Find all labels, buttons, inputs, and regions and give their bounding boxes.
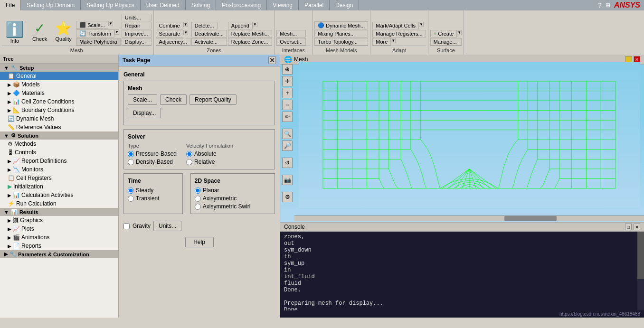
axisymmetric-input[interactable] [195, 196, 201, 202]
menu-solving[interactable]: Solving [186, 0, 216, 10]
menu-setup-physics[interactable]: Setting Up Physics [81, 0, 141, 10]
check-task-button[interactable]: Check [160, 94, 187, 105]
axisymmetric-radio[interactable]: Axisymmetric [195, 195, 271, 202]
absolute-radio[interactable]: Absolute [186, 150, 233, 157]
create-surface-arrow[interactable]: ▼ [457, 30, 462, 35]
check-button[interactable]: ✓ Check [29, 20, 50, 44]
console-vertical-scrollbar[interactable] [637, 232, 644, 310]
scale-arrow[interactable]: ▼ [108, 21, 113, 26]
sidebar-item-methods[interactable]: ⚙ Methods [0, 140, 118, 148]
probe-button[interactable]: ✏ [282, 112, 293, 122]
append-button[interactable]: Append [228, 22, 253, 29]
steady-input[interactable] [128, 187, 134, 194]
task-page-close-button[interactable]: ✕ [268, 56, 276, 64]
activate-button[interactable]: Activate... [191, 38, 227, 46]
append-arrow[interactable]: ▼ [253, 22, 257, 27]
scale-task-button[interactable]: Scale... [128, 94, 157, 105]
sidebar-item-reports[interactable]: ▶ 📄 Reports [0, 242, 118, 250]
planar-radio[interactable]: Planar [195, 187, 271, 194]
transient-radio[interactable]: Transient [128, 195, 179, 202]
menu-design[interactable]: Design [330, 0, 359, 10]
camera-button[interactable]: 📷 [282, 175, 293, 185]
manage-registers-button[interactable]: Manage Registers... [372, 30, 426, 37]
pressure-based-radio[interactable]: Pressure-Based [128, 150, 177, 157]
dynamic-mesh-button[interactable]: 🔵Dynamic Mesh... [314, 21, 368, 29]
tree-solution-header[interactable]: ▼ ⚙ Solution [0, 131, 118, 140]
info-button[interactable]: ℹ️ Info [2, 20, 28, 46]
help-button[interactable]: Help [185, 237, 214, 247]
fit-view-button[interactable]: ⊕ [282, 64, 293, 75]
menu-user-defined[interactable]: User Defined [141, 0, 186, 10]
combine-arrow[interactable]: ▼ [183, 22, 188, 27]
mark-adapt-button[interactable]: Mark/Adapt Cells [372, 22, 419, 29]
tree-setup-header[interactable]: ▼ 🔧 Setup [0, 64, 118, 72]
absolute-input[interactable] [186, 151, 192, 157]
zoom-out2-button[interactable]: 🔎 [282, 141, 293, 151]
adjacency-button[interactable]: Adjacency... [156, 38, 190, 46]
sidebar-item-dynamic-mesh[interactable]: 🔄 Dynamic Mesh [0, 114, 118, 123]
console-content[interactable]: zones,outsym_downthsym_upinint_fluidflui… [280, 232, 644, 310]
menu-viewing[interactable]: Viewing [267, 0, 299, 10]
combine-button[interactable]: Combine [156, 22, 183, 29]
quality-button[interactable]: ⭐ Quality [52, 20, 75, 44]
sidebar-item-calc-activities[interactable]: ▶ 📊 Calculation Activities [0, 191, 118, 199]
sidebar-item-materials[interactable]: ▶ 🔷 Materials [0, 89, 118, 97]
make-polyhedra-button[interactable]: Make Polyhedra [76, 38, 121, 46]
more-arrow[interactable]: ▼ [391, 38, 396, 43]
steady-radio[interactable]: Steady [128, 187, 179, 194]
manage-surface-button[interactable]: Manage... [430, 38, 462, 46]
layout-icon[interactable]: ⊞ [606, 2, 610, 9]
sidebar-item-initialization[interactable]: ▶ Initialization [0, 182, 118, 191]
sidebar-item-plots[interactable]: ▶ 📈 Plots [0, 225, 118, 233]
axisymmetric-swirl-radio[interactable]: Axisymmetric Swirl [195, 203, 271, 210]
repair-button[interactable]: Repair [122, 22, 152, 29]
zoom-box-button[interactable]: 🔍 [282, 129, 293, 139]
mixing-planes-button[interactable]: Mixing Planes... [314, 30, 368, 37]
report-quality-button[interactable]: Report Quality [189, 94, 237, 105]
turbo-topology-button[interactable]: Turbo Topology... [314, 38, 368, 46]
reset-button[interactable]: ↺ [282, 158, 293, 168]
sidebar-item-run-calc[interactable]: ⚡ Run Calculation [0, 199, 118, 208]
scale-button[interactable]: ⬛Scale... [76, 21, 108, 29]
help-icon[interactable]: ? [598, 1, 602, 9]
create-surface-button[interactable]: + Create [430, 30, 457, 37]
delete-button[interactable]: Delete... [191, 22, 218, 29]
console-restore-button[interactable]: □ [625, 224, 632, 230]
gravity-checkbox[interactable] [123, 223, 130, 229]
sidebar-item-controls[interactable]: 🎛 Controls [0, 148, 118, 157]
sidebar-item-models[interactable]: ▶ 📦 Models [0, 80, 118, 89]
display-button[interactable]: Display... [122, 38, 152, 46]
overset-button[interactable]: Overset... [276, 38, 306, 46]
zoom-in-button[interactable]: + [282, 88, 293, 98]
sidebar-item-monitors[interactable]: ▶ 📉 Monitors [0, 165, 118, 174]
transform-button[interactable]: 🔄Transform [76, 29, 114, 37]
menu-postprocessing[interactable]: Postprocessing [216, 0, 267, 10]
sidebar-item-cell-zones[interactable]: ▶ 📊 Cell Zone Conditions [0, 97, 118, 106]
separate-arrow[interactable]: ▼ [183, 30, 188, 35]
tree-params-header[interactable]: ▶ 🔧 Parameters & Customization [0, 250, 118, 258]
sidebar-item-animations[interactable]: ▶ 🎬 Animations [0, 233, 118, 242]
deactivate-button[interactable]: Deactivate... [191, 30, 227, 37]
menu-file[interactable]: File [0, 0, 21, 10]
pressure-based-input[interactable] [128, 151, 134, 157]
improve-button[interactable]: Improve... [122, 30, 152, 37]
view-options-button[interactable]: ⚙ [282, 192, 293, 202]
transient-input[interactable] [128, 196, 134, 202]
axisymmetric-swirl-input[interactable] [195, 204, 201, 210]
tree-results-header[interactable]: ▼ 📊 Results [0, 208, 118, 216]
relative-input[interactable] [186, 159, 192, 165]
console-maximize-button[interactable]: ✕ [634, 224, 640, 230]
separate-button[interactable]: Separate [156, 30, 184, 37]
relative-radio[interactable]: Relative [186, 159, 233, 165]
sidebar-item-boundary[interactable]: ▶ 📐 Boundary Conditions [0, 106, 118, 114]
more-button[interactable]: More [372, 38, 391, 46]
display-task-button[interactable]: Display... [128, 108, 161, 118]
mesh-interface-button[interactable]: Mesh... [276, 30, 306, 37]
sidebar-item-cell-registers[interactable]: 📋 Cell Registers [0, 174, 118, 182]
replace-mesh-button[interactable]: Replace Mesh... [228, 30, 272, 37]
units-button[interactable]: Units... [122, 14, 152, 21]
zoom-out-button[interactable]: − [282, 100, 293, 110]
mark-adapt-arrow[interactable]: ▼ [419, 22, 424, 27]
sidebar-item-reference-values[interactable]: 📏 Reference Values [0, 123, 118, 131]
density-based-input[interactable] [128, 159, 134, 165]
